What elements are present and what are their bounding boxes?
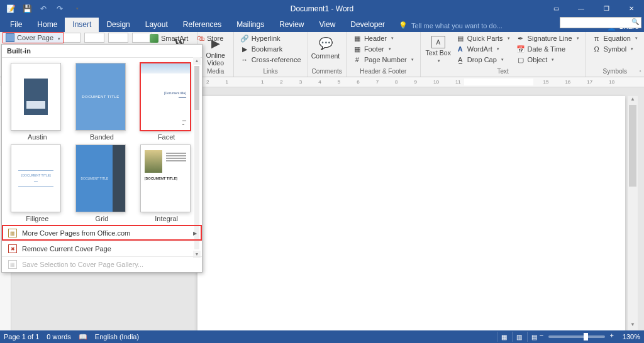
link-icon: 🔗 [240, 34, 249, 43]
zoom-level[interactable]: 130% [623, 333, 640, 340]
save-gallery-icon: ▦ [8, 260, 17, 269]
store-button[interactable]: 🛍Store [197, 34, 223, 43]
store-icon: 🛍 [197, 34, 204, 43]
collapse-ribbon-icon[interactable]: ˄ [639, 70, 641, 75]
equation-button[interactable]: πEquation [590, 33, 640, 43]
more-cover-pages-item[interactable]: ▦ More Cover Pages from Office.com ▶ [2, 225, 202, 241]
tab-file[interactable]: File [3, 18, 30, 32]
dropdown-section-header: Built-in [2, 45, 202, 58]
quick-parts-button[interactable]: ▤Quick Parts [453, 33, 513, 43]
smartart-button[interactable]: SmartArt [150, 34, 188, 43]
signature-line-button[interactable]: ✒Signature Line [514, 33, 582, 43]
smartart-icon [150, 34, 158, 43]
cross-reference-button[interactable]: ↔Cross-reference [238, 55, 304, 65]
peek-btn[interactable] [84, 33, 104, 43]
signature-icon: ✒ [516, 34, 525, 43]
comment-button[interactable]: 💬Comment [312, 33, 340, 60]
group-text: AText Box ▤Quick Parts AWordArt A̲Drop C… [421, 32, 586, 77]
tell-me-search[interactable]: 💡Tell me what you want to do... [399, 21, 502, 32]
peek-btn[interactable] [108, 33, 128, 43]
restore-icon[interactable]: ❐ [594, 0, 619, 17]
redo-icon[interactable]: ↷ [53, 2, 67, 16]
text-box-button[interactable]: AText Box [425, 33, 452, 63]
object-button[interactable]: ▢Object [514, 55, 582, 65]
language-indicator[interactable]: English (India) [95, 333, 139, 340]
group-links: 🔗Hyperlink ▶Bookmark ↔Cross-reference Li… [234, 32, 308, 77]
close-icon[interactable]: ✕ [619, 0, 644, 17]
hyperlink-button[interactable]: 🔗Hyperlink [238, 33, 304, 43]
ribbon-options-icon[interactable]: ▭ [543, 0, 569, 17]
title-bar: 📝 💾 ↶ ↷ Document1 - Word ▭ — ❐ ✕ [0, 0, 644, 17]
object-icon: ▢ [516, 55, 525, 64]
quick-access-toolbar: 📝 💾 ↶ ↷ [0, 2, 83, 16]
qat-customize-icon[interactable] [69, 2, 83, 16]
footer-button[interactable]: ▦Footer [350, 44, 416, 54]
date-time-button[interactable]: 📅Date & Time [514, 44, 582, 54]
remove-icon: ✖ [8, 244, 17, 253]
quickparts-icon: ▤ [456, 34, 465, 43]
save-icon[interactable]: 💾 [20, 2, 34, 16]
symbol-icon: Ω [592, 45, 601, 53]
cover-thumb-filigree[interactable]: [DOCUMENT TITLE]━━Filigree [8, 144, 67, 222]
cover-thumb-banded[interactable]: DOCUMENT TITLEBanded [73, 63, 131, 141]
peek-gallery-buttons [60, 33, 152, 43]
chevron-down-icon [56, 34, 60, 41]
footer-icon: ▦ [353, 45, 362, 53]
bookmark-button[interactable]: ▶Bookmark [238, 44, 304, 54]
scroll-down-icon[interactable]: ▼ [628, 322, 638, 330]
help-search-box[interactable] [560, 17, 641, 28]
cover-thumb-integral[interactable]: [DOCUMENT TITLE]Integral [137, 144, 196, 222]
wordart-button[interactable]: AWordArt [453, 44, 513, 54]
office-icon: ▦ [8, 229, 17, 237]
remove-cover-page-item[interactable]: ✖ Remove Current Cover Page [2, 241, 202, 256]
read-mode-icon[interactable]: ▦ [497, 332, 511, 342]
word-icon: 📝 [4, 2, 18, 16]
tab-developer[interactable]: Developer [343, 18, 392, 32]
cover-page-dropdown: Built-in Austin DOCUMENT TITLEBanded [Do… [1, 44, 203, 273]
header-icon: ▦ [353, 34, 362, 43]
group-header-footer: ▦Header ▦Footer #Page Number Header & Fo… [347, 32, 421, 77]
tab-references[interactable]: References [175, 18, 229, 32]
undo-icon[interactable]: ↶ [36, 2, 50, 16]
tab-review[interactable]: Review [272, 18, 311, 32]
save-selection-item: ▦ Save Selection to Cover Page Gallery..… [2, 256, 202, 272]
ribbon-tabs: File Home Insert Design Layout Reference… [0, 17, 644, 32]
vertical-scrollbar[interactable]: ▲ ▼ [628, 96, 638, 330]
tab-design[interactable]: Design [99, 18, 137, 32]
header-button[interactable]: ▦Header [350, 33, 416, 43]
zoom-knob[interactable] [584, 333, 588, 340]
tab-mailings[interactable]: Mailings [229, 18, 272, 32]
equation-icon: π [592, 34, 601, 43]
print-layout-icon[interactable]: ▥ [512, 332, 526, 342]
proofing-icon[interactable]: 📖 [79, 333, 87, 341]
cover-thumb-austin[interactable]: Austin [8, 63, 67, 141]
scroll-up-icon[interactable]: ▲ [628, 96, 638, 105]
document-page[interactable] [197, 96, 625, 330]
web-layout-icon[interactable]: ▤ [527, 332, 541, 342]
datetime-icon: 📅 [516, 45, 525, 53]
minimize-icon[interactable]: — [569, 0, 594, 17]
tab-layout[interactable]: Layout [138, 18, 175, 32]
cover-thumb-grid[interactable]: DOCUMENT TITLEGrid [73, 144, 131, 222]
word-count[interactable]: 0 words [47, 333, 71, 340]
bulb-icon: 💡 [399, 21, 408, 30]
scroll-thumb[interactable] [629, 105, 636, 187]
bookmark-icon: ▶ [240, 45, 249, 53]
window-controls: ▭ — ❐ ✕ [543, 0, 644, 17]
comment-icon: 💬 [317, 36, 335, 51]
cover-thumb-facet[interactable]: [Document title]━━━━━━━Facet [137, 63, 196, 141]
tab-home[interactable]: Home [30, 18, 65, 32]
tab-insert[interactable]: Insert [65, 18, 99, 32]
status-bar: Page 1 of 1 0 words 📖 English (India) ▦ … [0, 330, 644, 343]
scroll-up-icon[interactable]: ▲ [193, 57, 201, 65]
page-indicator[interactable]: Page 1 of 1 [4, 333, 39, 340]
pagenum-icon: # [353, 55, 362, 64]
tab-view[interactable]: View [312, 18, 343, 32]
zoom-slider[interactable] [548, 335, 605, 338]
symbol-button[interactable]: ΩSymbol [590, 44, 640, 54]
cover-page-button[interactable]: Cover Page [3, 32, 64, 43]
drop-cap-button[interactable]: A̲Drop Cap [453, 55, 513, 65]
document-title: Document1 - Word [291, 4, 353, 13]
page-number-button[interactable]: #Page Number [350, 55, 416, 65]
scroll-thumb[interactable] [194, 66, 199, 110]
